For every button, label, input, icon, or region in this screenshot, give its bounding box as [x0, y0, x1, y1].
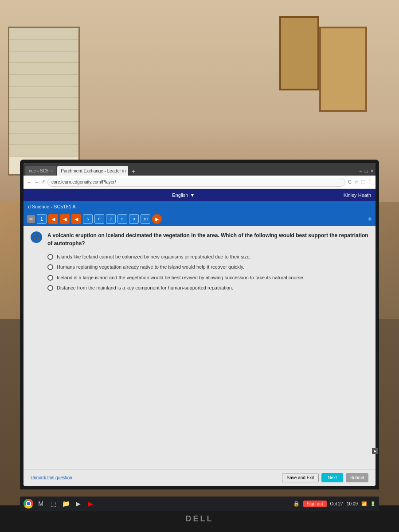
tab-close-icon[interactable]: × — [50, 168, 53, 173]
question-row: 🎧 A volcanic eruption on Iceland decimat… — [31, 231, 368, 247]
play-button[interactable]: ▶ — [152, 214, 162, 224]
submit-button[interactable]: Submit — [346, 473, 368, 482]
new-tab-button[interactable]: + — [129, 168, 138, 175]
menu-icon[interactable]: ⋮ — [368, 180, 372, 184]
radio-c[interactable] — [47, 275, 53, 281]
course-name-label: d Science - SC5181 A — [28, 204, 76, 209]
browser-tab-bar: nce - SC5 × Parchment Exchange - Leader … — [23, 163, 376, 176]
chevron-down-icon: ▼ — [190, 192, 195, 198]
play-taskbar-icon[interactable]: ▶ — [73, 499, 83, 509]
question-8-btn[interactable]: 8 — [117, 214, 127, 224]
question-9-btn[interactable]: 9 — [129, 214, 139, 224]
tab-parchment-label: Parchment Exchange - Leader in — [61, 168, 125, 173]
tab-parchment[interactable]: Parchment Exchange - Leader in × — [57, 166, 128, 176]
action-buttons: Save and Exit Next Submit — [282, 473, 368, 482]
sign-out-button[interactable]: Sign out — [303, 501, 327, 507]
option-row-d[interactable]: Distance from the mainland is a key comp… — [47, 285, 368, 291]
battery-icon: 🔋 — [370, 501, 376, 506]
user-name: Kinley Heath — [344, 192, 371, 198]
nav-back-btn-3[interactable]: ◀ — [71, 214, 81, 224]
reload-button[interactable]: ↺ — [41, 180, 45, 184]
option-text-b: Humans replanting vegetation already nat… — [57, 264, 244, 270]
audio-icon[interactable]: 🎧 — [31, 231, 42, 243]
option-row-a[interactable]: Islands like Iceland cannot be colonized… — [47, 254, 368, 260]
close-icon[interactable]: × — [371, 168, 374, 174]
dell-logo: DELL — [186, 514, 214, 524]
quiz-content: 🎧 A volcanic eruption on Iceland decimat… — [23, 226, 376, 469]
answer-options: Islands like Iceland cannot be colonized… — [47, 254, 368, 292]
unmark-question-link[interactable]: Unmark this question — [31, 475, 72, 480]
extension-icon[interactable]: ⬚ — [361, 180, 365, 184]
tab-nce[interactable]: nce - SC5 × — [25, 166, 56, 176]
question-7-btn[interactable]: 7 — [106, 214, 116, 224]
quiz-bottom-bar: Unmark this question Save and Exit Next … — [23, 469, 376, 486]
option-text-a: Islands like Iceland cannot be colonized… — [57, 254, 251, 260]
question-number-badge: 1 — [37, 214, 47, 224]
language-label: English — [172, 192, 188, 198]
radio-b[interactable] — [47, 264, 53, 270]
back-button[interactable]: ← — [27, 180, 31, 184]
next-button[interactable]: Next — [321, 473, 343, 482]
address-bar: ← → ↺ G ☆ ⬚ ⋮ — [23, 176, 376, 189]
nav-back-btn-1[interactable]: ◀ — [48, 214, 58, 224]
quiz-toolbar: ✏ 1 ◀ ◀ ◀ 5 6 7 8 9 10 ▶ + — [23, 212, 376, 226]
taskbar: M ⬚ 📁 ▶ ▶ 🔒 Sign out Oct 27 10:09 📶 🔋 — [20, 497, 379, 511]
google-icon: G — [348, 180, 352, 184]
tab-close-icon-2[interactable]: × — [128, 168, 129, 173]
wifi-icon: 📶 — [361, 501, 367, 506]
forward-button[interactable]: → — [34, 180, 39, 184]
taskbar-date: Oct 27 — [330, 501, 343, 506]
window-blinds — [8, 27, 80, 176]
question-5-btn[interactable]: 5 — [83, 214, 93, 224]
language-selector[interactable]: English ▼ — [172, 192, 195, 198]
taskbar-right-area: 🔒 Sign out Oct 27 10:09 📶 🔋 — [293, 501, 376, 507]
option-text-d: Distance from the mainland is a key comp… — [57, 285, 233, 291]
add-button[interactable]: + — [368, 215, 372, 223]
maximize-icon[interactable]: □ — [365, 168, 368, 174]
option-row-c[interactable]: Iceland is a large island and the vegeta… — [47, 274, 368, 281]
window-controls: − □ × — [359, 168, 374, 176]
chrome-icon[interactable] — [23, 499, 33, 509]
course-header: d Science - SC5181 A — [23, 201, 376, 212]
audio-icon-wrap: 🎧 — [31, 231, 43, 244]
address-input[interactable] — [47, 178, 345, 187]
tab-nce-label: nce - SC5 — [29, 168, 48, 173]
picture-frame-2 — [279, 16, 319, 90]
question-10-btn[interactable]: 10 — [141, 214, 150, 224]
option-text-c: Iceland is a large island and the vegeta… — [57, 274, 305, 281]
laptop-screen: nce - SC5 × Parchment Exchange - Leader … — [20, 160, 379, 489]
question-6-btn[interactable]: 6 — [94, 214, 104, 224]
files-icon[interactable]: ⬚ — [48, 499, 58, 509]
save-exit-button[interactable]: Save and Exit — [282, 473, 319, 482]
scroll-right-arrow[interactable]: ▶ — [372, 448, 376, 454]
question-text: A volcanic eruption on Iceland decimated… — [47, 231, 368, 247]
lock-icon: 🔒 — [293, 501, 300, 507]
radio-d[interactable] — [47, 285, 53, 291]
minimize-icon[interactable]: − — [359, 168, 362, 174]
bookmark-star-icon[interactable]: ☆ — [354, 180, 358, 184]
radio-a[interactable] — [47, 254, 53, 260]
folder-icon[interactable]: 📁 — [61, 499, 70, 509]
taskbar-time: 10:09 — [347, 501, 358, 506]
youtube-icon[interactable]: ▶ — [86, 499, 95, 509]
app-header: English ▼ Kinley Heath — [23, 189, 376, 201]
pencil-icon[interactable]: ✏ — [27, 215, 35, 223]
picture-frame-1 — [319, 27, 367, 112]
mail-icon[interactable]: M — [36, 499, 46, 509]
browser-window: nce - SC5 × Parchment Exchange - Leader … — [23, 163, 376, 486]
nav-back-btn-2[interactable]: ◀ — [60, 214, 70, 224]
option-row-b[interactable]: Humans replanting vegetation already nat… — [47, 264, 368, 270]
